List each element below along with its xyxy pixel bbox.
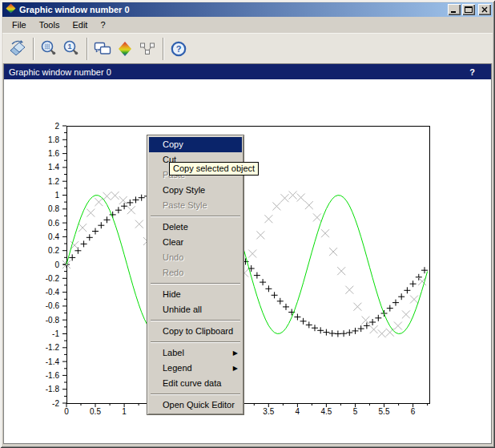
menubar: FileToolsEdit?: [2, 17, 493, 33]
svg-text:1: 1: [54, 191, 59, 200]
graphics-editor-button[interactable]: [91, 38, 114, 60]
svg-text:5: 5: [353, 407, 358, 416]
svg-text:-1.2: -1.2: [46, 343, 60, 352]
menubar-item-help[interactable]: ?: [94, 18, 111, 32]
svg-text:2: 2: [54, 122, 59, 131]
menubar-item-tools[interactable]: Tools: [33, 18, 66, 32]
menubar-item-edit[interactable]: Edit: [66, 18, 94, 32]
svg-text:1.8: 1.8: [48, 135, 59, 144]
toolbar-separator: [87, 38, 87, 60]
context-menu-item-unhide-all[interactable]: Unhide all: [149, 302, 242, 317]
scilab-plot-button[interactable]: [114, 38, 136, 60]
svg-text:1.4: 1.4: [48, 163, 59, 172]
svg-text:0.4: 0.4: [48, 232, 59, 241]
minimize-icon: [449, 6, 459, 14]
zoom-area-button[interactable]: [38, 38, 60, 60]
submenu-arrow-icon: ▶: [233, 361, 238, 376]
context-menu-item-legend[interactable]: Legend▶: [149, 361, 242, 376]
help-icon: ?: [169, 39, 188, 59]
context-menu-item-copy-style[interactable]: Copy Style: [149, 183, 242, 198]
svg-text:?: ?: [176, 44, 182, 54]
svg-text:0.8: 0.8: [48, 204, 59, 213]
svg-text:-1.6: -1.6: [46, 371, 60, 380]
svg-text:-1.4: -1.4: [46, 357, 60, 366]
context-menu-item-redo: Redo: [149, 265, 242, 281]
svg-text:0.6: 0.6: [48, 219, 59, 228]
svg-text:-2: -2: [52, 399, 59, 408]
context-menu: CopyCutPasteCopy StylePaste StyleDeleteC…: [147, 135, 244, 415]
svg-text:0: 0: [64, 407, 69, 416]
svg-text:3.5: 3.5: [263, 407, 274, 416]
tooltip: Copy selected object: [169, 162, 259, 176]
titlebar[interactable]: Graphic window number 0: [2, 2, 493, 17]
plot-area[interactable]: 00.511.522.533.544.555.5621.81.61.41.210…: [4, 79, 491, 443]
context-menu-item-copy[interactable]: Copy: [149, 137, 242, 152]
maximize-icon: [464, 6, 473, 14]
infobar-help-button[interactable]: ?: [469, 67, 485, 77]
toolbar: 1?: [2, 33, 493, 63]
svg-text:0: 0: [54, 260, 59, 269]
svg-text:-0.8: -0.8: [46, 316, 60, 325]
scilab-app-icon: [6, 2, 16, 17]
datatip-button[interactable]: [136, 38, 159, 60]
context-menu-separator: [151, 320, 240, 321]
unzoom-icon: 1: [62, 39, 81, 59]
svg-text:-0.2: -0.2: [46, 274, 60, 283]
svg-text:1: 1: [122, 407, 127, 416]
svg-text:-1: -1: [52, 329, 59, 338]
infobar: Graphic window number 0 ?: [4, 64, 491, 79]
figure-canvas: Graphic window number 0 ? 00.511.522.533…: [3, 63, 492, 444]
chart-svg: 00.511.522.533.544.555.5621.81.61.41.210…: [4, 79, 491, 443]
svg-text:1.2: 1.2: [48, 177, 59, 186]
window-title: Graphic window number 0: [19, 5, 446, 14]
toolbar-separator: [33, 38, 34, 60]
close-button[interactable]: [478, 4, 491, 15]
svg-text:1.6: 1.6: [48, 149, 59, 158]
context-menu-item-edit-curve-data[interactable]: Edit curve data: [149, 376, 242, 391]
scilab-logo-icon: [115, 39, 135, 59]
ged-icon: [93, 39, 112, 59]
svg-text:6: 6: [411, 407, 416, 416]
menubar-item-file[interactable]: File: [6, 18, 33, 32]
context-menu-separator: [151, 394, 240, 395]
minimize-button[interactable]: [448, 4, 461, 15]
context-menu-item-undo: Undo: [149, 250, 242, 265]
original-view-button[interactable]: 1: [60, 38, 82, 60]
submenu-arrow-icon: ▶: [233, 345, 238, 361]
context-menu-item-label[interactable]: Label▶: [149, 345, 242, 361]
context-menu-item-hide[interactable]: Hide: [149, 287, 242, 302]
graphic-window: Graphic window number 0 FileToolsEdit? 1…: [0, 0, 495, 448]
svg-text:-0.6: -0.6: [46, 301, 60, 310]
svg-text:4.5: 4.5: [320, 407, 332, 416]
infobar-text: Graphic window number 0: [9, 67, 469, 77]
maximize-button[interactable]: [462, 4, 475, 15]
rotate-button[interactable]: [6, 38, 29, 60]
svg-text:0.2: 0.2: [48, 246, 59, 255]
svg-text:0.5: 0.5: [90, 407, 101, 416]
svg-text:1: 1: [67, 42, 71, 50]
svg-text:-0.4: -0.4: [46, 288, 60, 297]
svg-text:5.5: 5.5: [379, 407, 390, 416]
context-menu-item-delete[interactable]: Delete: [149, 220, 242, 235]
context-menu-separator: [151, 216, 240, 217]
zoom-area-icon: [39, 39, 58, 59]
context-menu-item-open-quick-editor[interactable]: Open Quick Editor: [149, 398, 242, 413]
context-menu-item-copy-to-clipboard[interactable]: Copy to Clipboard: [149, 324, 242, 339]
window-controls: [446, 4, 491, 15]
help-button[interactable]: ?: [167, 38, 190, 60]
context-menu-separator: [151, 341, 240, 343]
rotate-icon: [8, 39, 27, 59]
svg-text:-1.8: -1.8: [46, 385, 60, 394]
context-menu-item-clear[interactable]: Clear: [149, 235, 242, 250]
toolbar-separator: [163, 38, 163, 60]
context-menu-item-paste-style: Paste Style: [149, 198, 242, 213]
context-menu-separator: [151, 283, 240, 285]
close-icon: [480, 6, 489, 14]
datatip-icon: [138, 39, 157, 59]
svg-text:4: 4: [296, 407, 300, 416]
